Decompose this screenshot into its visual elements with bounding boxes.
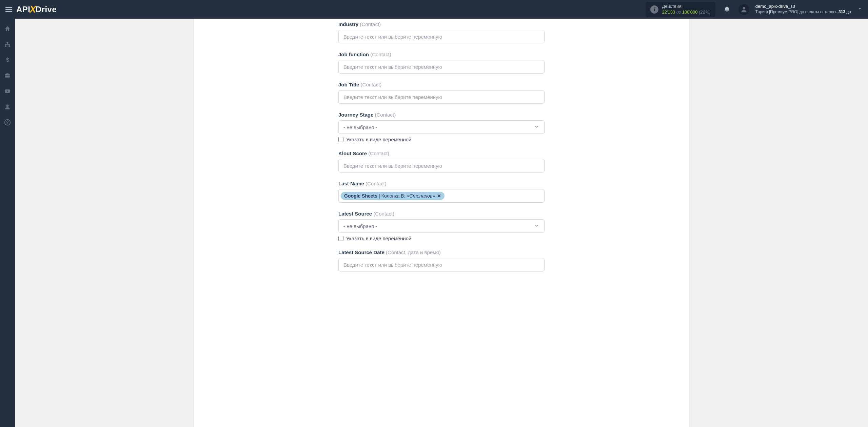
job-title-input[interactable] bbox=[338, 90, 545, 104]
logo[interactable]: API X Drive bbox=[16, 4, 57, 15]
topbar-right: i Действия: 22'133 из 100'000 (22%) demo… bbox=[646, 2, 863, 17]
latest-source-checkbox-row[interactable]: Указать в виде переменной bbox=[338, 236, 545, 241]
label-hint: (Contact, дата и время) bbox=[386, 249, 441, 255]
field-label: Last Name (Contact) bbox=[338, 181, 545, 186]
industry-input[interactable] bbox=[338, 30, 545, 43]
chevron-down-icon bbox=[534, 124, 539, 130]
field-label: Industry (Contact) bbox=[338, 21, 545, 27]
logo-part2: Drive bbox=[36, 5, 57, 14]
select-placeholder: - не выбрано - bbox=[343, 223, 377, 229]
chip-sep: | bbox=[379, 193, 380, 199]
actions-pct: (22%) bbox=[699, 9, 711, 15]
logo-part1: API bbox=[16, 5, 31, 14]
field-label: Job function (Contact) bbox=[338, 52, 545, 57]
label-main: Job Title bbox=[338, 82, 359, 87]
svg-point-0 bbox=[743, 7, 745, 9]
field-job-function: Job function (Contact) bbox=[338, 52, 545, 74]
field-latest-source: Latest Source (Contact) - не выбрано - У… bbox=[338, 211, 545, 241]
checkbox-label: Указать в виде переменной bbox=[346, 137, 412, 142]
actions-current: 22'133 bbox=[662, 9, 675, 15]
field-label: Klout Score (Contact) bbox=[338, 150, 545, 156]
briefcase-icon[interactable] bbox=[3, 72, 12, 80]
hamburger-menu-icon[interactable] bbox=[5, 7, 12, 12]
label-main: Last Name bbox=[338, 181, 364, 186]
label-main: Industry bbox=[338, 21, 358, 27]
home-icon[interactable] bbox=[3, 25, 12, 33]
checkbox-label: Указать в виде переменной bbox=[346, 236, 412, 241]
svg-point-7 bbox=[7, 123, 8, 124]
latest-source-checkbox[interactable] bbox=[338, 236, 343, 241]
form-card: Industry (Contact) Job function (Contact… bbox=[194, 19, 689, 427]
actions-label: Действия: bbox=[662, 4, 710, 9]
svg-point-5 bbox=[6, 104, 9, 107]
journey-stage-checkbox-row[interactable]: Указать в виде переменной bbox=[338, 137, 545, 142]
field-label: Job Title (Contact) bbox=[338, 82, 545, 87]
youtube-icon[interactable] bbox=[3, 87, 12, 95]
layout: Industry (Contact) Job function (Contact… bbox=[0, 19, 868, 427]
field-label: Latest Source (Contact) bbox=[338, 211, 545, 217]
username: demo_apix-drive_s3 bbox=[755, 4, 851, 9]
bell-icon[interactable] bbox=[722, 4, 732, 15]
label-hint: (Contact) bbox=[368, 150, 389, 156]
plan-prefix: Тариф |Премиум PRO| до оплаты осталось bbox=[755, 9, 839, 14]
actions-total: 100'000 bbox=[682, 9, 698, 15]
field-job-title: Job Title (Contact) bbox=[338, 82, 545, 104]
label-hint: (Contact) bbox=[370, 52, 391, 57]
dollar-icon[interactable] bbox=[3, 56, 12, 64]
klout-score-input[interactable] bbox=[338, 159, 545, 172]
plan-suffix: дн bbox=[845, 9, 851, 14]
label-main: Klout Score bbox=[338, 150, 367, 156]
journey-stage-select[interactable]: - не выбрано - bbox=[338, 120, 545, 134]
chevron-down-icon[interactable] bbox=[857, 6, 863, 13]
latest-source-date-input[interactable] bbox=[338, 258, 545, 271]
field-last-name: Last Name (Contact) Google Sheets | Коло… bbox=[338, 181, 545, 203]
user-block[interactable]: demo_apix-drive_s3 Тариф |Премиум PRO| д… bbox=[755, 4, 851, 15]
sidebar bbox=[0, 19, 15, 427]
plan-line: Тариф |Премиум PRO| до оплаты осталось 3… bbox=[755, 9, 851, 15]
field-klout-score: Klout Score (Contact) bbox=[338, 150, 545, 172]
sitemap-icon[interactable] bbox=[3, 40, 12, 48]
actions-counter[interactable]: i Действия: 22'133 из 100'000 (22%) bbox=[646, 2, 715, 17]
label-hint: (Contact) bbox=[375, 112, 396, 118]
journey-stage-checkbox[interactable] bbox=[338, 137, 343, 142]
latest-source-select[interactable]: - не выбрано - bbox=[338, 219, 545, 233]
chip-column: Колонка B: bbox=[381, 193, 406, 199]
job-function-input[interactable] bbox=[338, 60, 545, 74]
chevron-down-icon bbox=[534, 223, 539, 229]
user-icon[interactable] bbox=[3, 103, 12, 111]
field-industry: Industry (Contact) bbox=[338, 21, 545, 43]
chip-remove-icon[interactable]: ✕ bbox=[437, 193, 441, 199]
content: Industry (Contact) Job function (Contact… bbox=[15, 19, 868, 427]
field-journey-stage: Journey Stage (Contact) - не выбрано - У… bbox=[338, 112, 545, 142]
select-placeholder: - не выбрано - bbox=[343, 124, 377, 130]
topbar: API X Drive i Действия: 22'133 из 100'00… bbox=[0, 0, 868, 19]
chip-value: «Степанов» bbox=[407, 193, 435, 199]
form-area: Industry (Contact) Job function (Contact… bbox=[338, 19, 545, 286]
label-main: Latest Source bbox=[338, 211, 372, 217]
variable-chip: Google Sheets | Колонка B: «Степанов» ✕ bbox=[341, 192, 445, 200]
label-hint: (Contact) bbox=[373, 211, 394, 217]
last-name-input[interactable]: Google Sheets | Колонка B: «Степанов» ✕ bbox=[338, 189, 545, 203]
help-icon[interactable] bbox=[3, 118, 12, 126]
actions-text: Действия: 22'133 из 100'000 (22%) bbox=[662, 4, 710, 15]
label-hint: (Contact) bbox=[361, 82, 382, 87]
avatar-icon[interactable] bbox=[738, 4, 749, 15]
svg-rect-2 bbox=[5, 45, 6, 47]
info-icon: i bbox=[650, 5, 658, 14]
topbar-left: API X Drive bbox=[5, 4, 57, 15]
field-label: Latest Source Date (Contact, дата и врем… bbox=[338, 249, 545, 255]
field-latest-source-date: Latest Source Date (Contact, дата и врем… bbox=[338, 249, 545, 271]
label-hint: (Contact) bbox=[366, 181, 387, 186]
label-hint: (Contact) bbox=[360, 21, 381, 27]
field-label: Journey Stage (Contact) bbox=[338, 112, 545, 118]
label-main: Journey Stage bbox=[338, 112, 373, 118]
chip-source: Google Sheets bbox=[344, 193, 377, 199]
actions-of: из bbox=[676, 9, 681, 15]
label-main: Latest Source Date bbox=[338, 249, 384, 255]
svg-rect-1 bbox=[7, 42, 8, 43]
svg-rect-3 bbox=[8, 45, 10, 47]
label-main: Job function bbox=[338, 52, 369, 57]
actions-value-row: 22'133 из 100'000 (22%) bbox=[662, 9, 710, 15]
plan-days: 313 bbox=[839, 9, 845, 14]
